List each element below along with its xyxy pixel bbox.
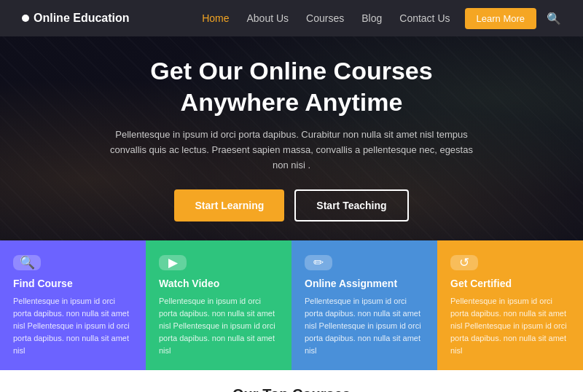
feature-watch-video: ▶ Watch Video Pellentesque in ipsum id o… bbox=[146, 240, 292, 370]
feature-find-course: 🔍 Find Course Pellentesque in ipsum id o… bbox=[0, 240, 146, 370]
online-assignment-icon: ✏ bbox=[305, 255, 332, 270]
features-section: 🔍 Find Course Pellentesque in ipsum id o… bbox=[0, 240, 583, 370]
get-certified-icon: ↺ bbox=[450, 255, 478, 270]
top-courses-heading: Our Top Courses bbox=[0, 386, 583, 392]
feature-online-assignment: ✏ Online Assignment Pellentesque in ipsu… bbox=[292, 240, 437, 370]
bottom-section: Our Top Courses bbox=[0, 370, 583, 392]
search-icon[interactable]: 🔍 bbox=[547, 12, 561, 26]
navbar: Online Education Home About Us Courses B… bbox=[0, 0, 583, 36]
logo-dot bbox=[22, 15, 29, 22]
feature-get-certified: ↺ Get Certified Pellentesque in ipsum id… bbox=[437, 240, 583, 370]
start-teaching-button[interactable]: Start Teaching bbox=[294, 189, 408, 222]
find-course-icon: 🔍 bbox=[13, 255, 41, 270]
nav-item-courses[interactable]: Courses bbox=[306, 12, 344, 25]
watch-video-title: Watch Video bbox=[159, 278, 278, 289]
online-assignment-title: Online Assignment bbox=[305, 278, 424, 289]
nav-links: Home About Us Courses Blog Contact Us bbox=[202, 12, 450, 25]
nav-item-contact[interactable]: Contact Us bbox=[399, 12, 450, 25]
find-course-desc: Pellentesque in ipsum id orci porta dapi… bbox=[13, 295, 133, 357]
nav-item-about[interactable]: About Us bbox=[247, 12, 289, 25]
find-course-title: Find Course bbox=[13, 278, 133, 289]
hero-title: Get Our Online Courses Anywhere Anytime bbox=[150, 55, 432, 117]
nav-item-home[interactable]: Home bbox=[202, 12, 229, 25]
get-certified-title: Get Certified bbox=[450, 278, 570, 289]
hero-section: Get Our Online Courses Anywhere Anytime … bbox=[0, 36, 583, 240]
watch-video-icon: ▶ bbox=[159, 255, 187, 270]
learn-more-button[interactable]: Learn More bbox=[465, 8, 536, 29]
online-assignment-desc: Pellentesque in ipsum id orci porta dapi… bbox=[305, 295, 424, 357]
logo[interactable]: Online Education bbox=[22, 12, 130, 25]
watch-video-desc: Pellentesque in ipsum id orci porta dapi… bbox=[159, 295, 278, 357]
hero-buttons: Start Learning Start Teaching bbox=[174, 189, 408, 222]
hero-subtitle: Pellentesque in ipsum id orci porta dapi… bbox=[102, 128, 481, 173]
start-learning-button[interactable]: Start Learning bbox=[174, 189, 284, 222]
brand-name: Online Education bbox=[34, 12, 130, 25]
get-certified-desc: Pellentesque in ipsum id orci porta dapi… bbox=[450, 295, 570, 357]
nav-item-blog[interactable]: Blog bbox=[361, 12, 382, 25]
